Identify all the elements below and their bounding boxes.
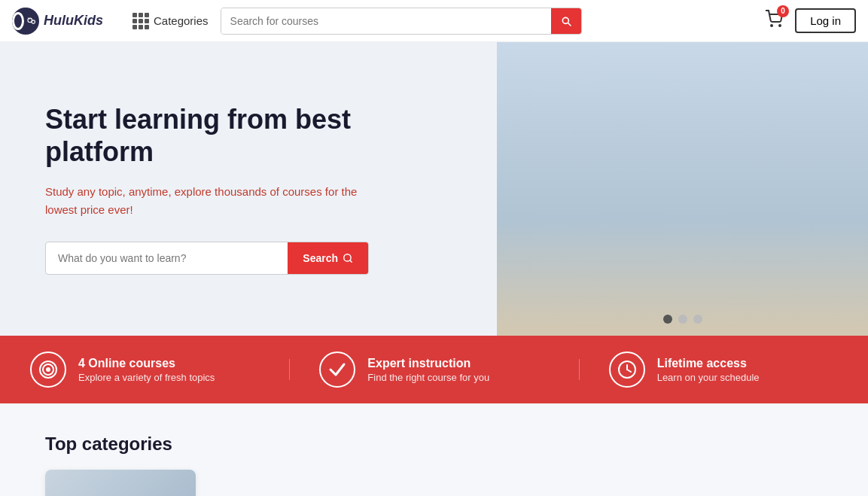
categories-preview — [45, 470, 823, 496]
features-bar: 4 Online courses Explore a variety of fr… — [0, 336, 868, 403]
feature-text-courses: 4 Online courses Explore a variety of fr… — [78, 357, 215, 383]
svg-line-7 — [350, 260, 352, 263]
grid-icon — [132, 13, 149, 29]
carousel-dot-2[interactable] — [678, 315, 687, 324]
feature-title-lifetime: Lifetime access — [657, 357, 760, 370]
navbar-search-button[interactable] — [551, 8, 581, 34]
svg-point-5 — [779, 25, 781, 26]
hero-search-icon — [343, 253, 353, 263]
svg-point-4 — [771, 25, 772, 26]
carousel-dot-1[interactable] — [663, 315, 672, 324]
carousel-dots — [663, 315, 702, 324]
hero-left: Start learning from best platform Study … — [0, 42, 497, 336]
hero-search-button[interactable]: Search — [288, 242, 368, 274]
category-card[interactable] — [45, 470, 196, 496]
hero-search-input[interactable] — [46, 252, 288, 264]
carousel-dot-3[interactable] — [693, 315, 702, 324]
check-icon — [319, 351, 355, 388]
clock-icon — [609, 351, 645, 388]
target-icon — [30, 351, 66, 388]
top-categories-title: Top categories — [45, 434, 823, 455]
navbar-search-input[interactable] — [221, 8, 551, 34]
feature-subtitle-expert: Find the right course for you — [367, 372, 489, 383]
feature-item-lifetime: Lifetime access Learn on your schedule — [579, 351, 868, 388]
feature-item-expert: Expert instruction Find the right course… — [289, 351, 578, 388]
feature-text-lifetime: Lifetime access Learn on your schedule — [657, 357, 760, 383]
hero-image — [497, 42, 868, 336]
hero-section: Start learning from best platform Study … — [0, 42, 868, 336]
feature-text-expert: Expert instruction Find the right course… — [367, 357, 489, 383]
categories-button[interactable]: Categories — [132, 13, 209, 29]
navbar: HuluKids Categories 0 Log in — [0, 0, 868, 42]
feature-subtitle-courses: Explore a variety of fresh topics — [78, 372, 215, 383]
cart-button[interactable]: 0 — [765, 10, 783, 32]
logo-text: HuluKids — [44, 13, 103, 29]
svg-point-53 — [46, 367, 50, 372]
classroom-scene — [497, 42, 868, 336]
feature-item-courses: 4 Online courses Explore a variety of fr… — [0, 351, 289, 388]
hero-subtitle: Study any topic, anytime, explore thousa… — [45, 183, 361, 219]
nav-right: 0 Log in — [765, 8, 856, 33]
hero-search-bar[interactable]: Search — [45, 242, 369, 275]
logo-icon — [12, 8, 39, 35]
cart-badge: 0 — [777, 5, 789, 17]
hero-title: Start learning from best platform — [45, 103, 452, 168]
feature-title-courses: 4 Online courses — [78, 357, 215, 370]
navbar-search-bar[interactable] — [221, 8, 582, 35]
login-button[interactable]: Log in — [795, 8, 856, 33]
logo: HuluKids — [12, 8, 132, 35]
bottom-section: Top categories — [0, 403, 868, 496]
category-card-image — [45, 470, 196, 496]
categories-label: Categories — [154, 14, 209, 27]
feature-subtitle-lifetime: Learn on your schedule — [657, 372, 760, 383]
svg-line-56 — [627, 370, 631, 372]
feature-title-expert: Expert instruction — [367, 357, 489, 370]
search-icon — [560, 15, 572, 27]
